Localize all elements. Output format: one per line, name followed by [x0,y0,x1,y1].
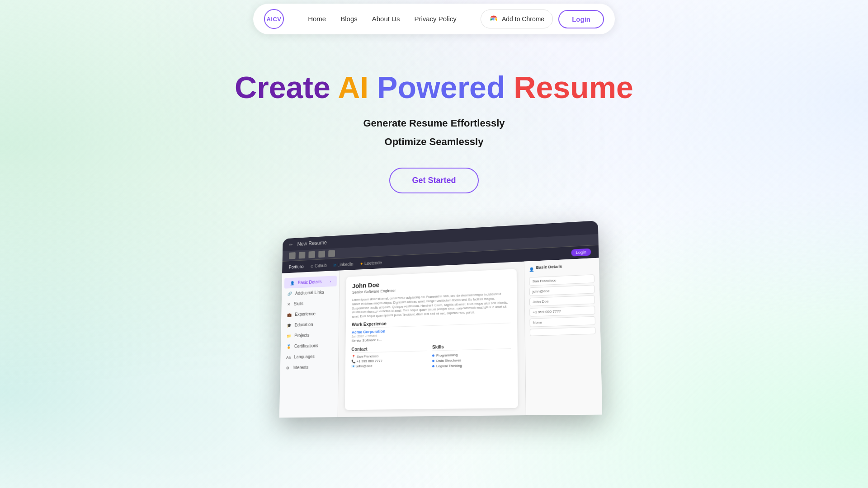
nav-links: Home Blogs About Us Privacy Policy [308,15,457,23]
mock-resume-card: John Doe Senior Software Engineer Lorem … [345,269,518,410]
resume-contact-title: Contact [351,345,427,353]
mock-panel-field-none[interactable]: None [530,316,596,327]
nav-link-blogs[interactable]: Blogs [340,15,358,23]
mock-right-panel: 👤 Basic Details San Francisco john@doe J… [524,258,602,415]
mock-panel-field-email[interactable]: john@doe [529,285,595,296]
hero-title-resume: Resume [514,70,633,104]
mock-panel-field-extra[interactable] [530,327,596,336]
mock-topbar-title: New Resume [297,239,327,247]
mock-main: John Doe Senior Software Engineer Lorem … [338,258,602,417]
sidebar-label-interests: Interests [292,365,308,370]
add-to-chrome-button[interactable]: Add to Chrome [481,9,553,28]
nav-item-blogs[interactable]: Blogs [340,15,358,23]
hero-title-ai: AI [338,70,368,104]
sidebar-label-skills: Skills [294,301,303,306]
logo-circle: AiCV [264,9,284,29]
hero-title-create: Create [235,70,330,104]
mock-login-chip[interactable]: Login [571,249,591,257]
hero-subtitle-1: Generate Resume Effortlessly [363,115,505,131]
login-button[interactable]: Login [558,10,604,28]
sidebar-item-interests[interactable]: ⚙ Interests [280,361,338,374]
mock-toolbar-icon-4 [318,251,325,258]
skill-item-1: Programming [432,352,511,357]
mock-panel-field-city[interactable]: San Francisco [529,274,594,286]
nav-right: Add to Chrome Login [481,9,604,28]
hero-title: Create AI Powered Resume [235,70,633,104]
mock-tab-linkedin[interactable]: in LinkedIn [334,262,354,267]
mock-toolbar-icon-2 [299,252,306,259]
skill-item-3: Logical Thinking [432,362,511,368]
hero-section: Create AI Powered Resume Generate Resume… [0,34,868,221]
navbar: AiCV Home Blogs About Us Privacy Policy [253,4,615,34]
chrome-icon [489,14,498,23]
nav-link-privacy[interactable]: Privacy Policy [414,15,456,23]
mock-sidebar: 👤 Basic Details › 🔗 Additional Links ✕ S… [279,271,340,418]
nav-link-home[interactable]: Home [308,15,326,23]
mock-toolbar-icon-5 [328,250,335,258]
svg-point-2 [493,18,494,19]
mock-panel-field-phone[interactable]: +1 999 000 7777 [529,306,595,317]
nav-item-privacy[interactable]: Privacy Policy [414,15,456,23]
add-to-chrome-label: Add to Chrome [502,15,544,23]
sidebar-label-links: Additional Links [295,290,324,296]
sidebar-label-education: Education [295,322,313,328]
sidebar-label-experience: Experience [295,311,316,317]
mock-header-tabs: Portfolio ⊙ Github in LinkedIn ✦ Leetcod… [289,260,382,270]
sidebar-label-basic: Basic Details [298,279,322,285]
mock-resume-area: John Doe Senior Software Engineer Lorem … [338,262,526,417]
mock-toolbar-icon-1 [289,252,296,259]
resume-email: 📧 john@doe [351,363,427,369]
hero-subtitle-2: Optimize Seamlessly [385,134,484,150]
sidebar-label-certifications: Certifications [294,343,318,349]
skill-item-2: Data Structures [432,357,511,363]
resume-skills-list: Programming Data Structures Logical Thin… [432,352,511,368]
nav-item-home[interactable]: Home [308,15,326,23]
resume-skills-title: Skills [432,343,511,351]
mock-ui: ✏ New Resume Portfolio ⊙ Github in Linke… [279,221,602,418]
get-started-button[interactable]: Get Started [389,168,478,193]
mock-tab-leetcode[interactable]: ✦ Leetcode [360,260,382,266]
logo-text: AiCV [266,16,281,23]
resume-lorem: Lorem ipsum dolor sit amet, consectetur … [352,291,510,319]
navbar-wrapper: AiCV Home Blogs About Us Privacy Policy [0,0,868,34]
mock-body: 👤 Basic Details › 🔗 Additional Links ✕ S… [279,258,602,418]
mock-toolbar-icon-3 [308,251,315,258]
sidebar-item-languages[interactable]: Aa Languages [280,351,338,363]
logo[interactable]: AiCV [264,9,284,29]
mock-panel-field-name[interactable]: John Doe [529,296,595,307]
mock-ui-container: ✏ New Resume Portfolio ⊙ Github in Linke… [0,225,868,416]
hero-title-powered: Powered [377,70,505,104]
mock-tab-portfolio[interactable]: Portfolio [289,264,304,270]
mock-tab-github[interactable]: ⊙ Github [310,263,327,268]
sidebar-label-languages: Languages [294,354,315,360]
sidebar-label-projects: Projects [294,333,309,338]
mock-panel-title: Basic Details [536,264,562,270]
nav-link-about[interactable]: About Us [372,15,400,23]
nav-item-about[interactable]: About Us [372,15,400,23]
